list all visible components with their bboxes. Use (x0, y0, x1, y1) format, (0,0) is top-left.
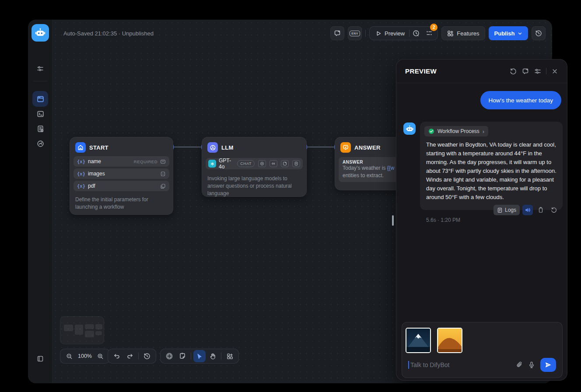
version-history-button[interactable] (532, 26, 546, 40)
zoom-out-button[interactable] (63, 350, 75, 362)
pointer-tool-button[interactable] (193, 350, 206, 362)
speaker-icon[interactable] (522, 205, 533, 215)
canvas-minimap[interactable] (60, 316, 104, 344)
checklist-icon[interactable]: 2 (423, 27, 436, 40)
openai-icon (208, 160, 216, 168)
send-button[interactable] (540, 358, 556, 372)
microphone-icon[interactable] (525, 359, 538, 371)
preview-header: PREVIEW (396, 60, 567, 83)
redo-button[interactable] (124, 350, 136, 362)
preview-settings-icon[interactable] (532, 65, 544, 77)
history-toolbar (108, 349, 156, 364)
preview-button-label: Preview (385, 30, 405, 37)
logs-button-label: Logs (505, 207, 516, 213)
sidebar-item-orchestrate[interactable] (32, 91, 48, 107)
start-field-images[interactable]: {x} images (74, 168, 169, 179)
preview-resize-handle[interactable] (392, 215, 394, 226)
field-name: pdf (88, 183, 155, 189)
header-divider (546, 68, 546, 74)
node-start[interactable]: START {x} name REQUIRED {x} images {x} p… (70, 137, 173, 215)
env-variables-button[interactable]: ENV (348, 26, 362, 40)
send-plane-icon (545, 361, 552, 368)
preview-run-button[interactable]: Preview (371, 27, 409, 40)
text-input-icon (160, 159, 166, 164)
preview-run-group: Preview 2 (369, 26, 438, 40)
answer-icon (340, 142, 351, 153)
zoom-level[interactable]: 100% (76, 353, 94, 359)
workflow-process-label: Workflow Process (438, 128, 480, 134)
debug-chat-icon[interactable] (519, 65, 532, 77)
chat-input-row (408, 358, 556, 371)
collapse-sidebar-icon[interactable] (37, 355, 44, 362)
chevron-right-icon: › (483, 128, 484, 135)
play-icon (376, 31, 382, 36)
change-history-button[interactable] (141, 350, 153, 362)
run-history-icon[interactable] (410, 27, 423, 40)
vision-capability-icon (258, 160, 266, 167)
variable-prefix: {x} (77, 171, 85, 176)
restart-conversation-icon[interactable] (507, 65, 519, 77)
bot-message-text: The weather in Boydton, VA today is clea… (420, 136, 563, 209)
attachment-mountain-night-photo[interactable] (406, 328, 431, 353)
publish-button-label: Publish (494, 30, 515, 37)
add-note-button[interactable] (176, 350, 189, 362)
image-field-icon (160, 171, 166, 177)
node-answer-title: ANSWER (354, 144, 381, 151)
chat-input-field[interactable] (410, 361, 513, 368)
chat-input-card (402, 322, 563, 378)
attachment-mountain-sunset-photo[interactable] (437, 328, 462, 353)
features-button[interactable]: Features (441, 26, 485, 40)
logs-button[interactable]: Logs (494, 205, 520, 215)
chat-debug-icon[interactable] (330, 26, 344, 40)
answer-variable-ref: {{w (387, 165, 395, 171)
node-llm-description: Invoking large language models to answer… (202, 172, 306, 203)
sidebar-item-monitoring[interactable] (32, 136, 48, 151)
undo-button[interactable] (111, 350, 123, 362)
sidebar-divider (33, 81, 47, 81)
field-name: name (88, 158, 131, 164)
bot-message-card: Workflow Process › The weather in Boydto… (420, 122, 563, 210)
settings-sliders-icon[interactable] (37, 65, 44, 72)
start-field-name[interactable]: {x} name REQUIRED (74, 156, 169, 167)
start-field-pdf[interactable]: {x} pdf (74, 181, 169, 191)
add-node-button[interactable] (163, 350, 175, 362)
message-meta: 5.6s · 1:20 PM (426, 217, 460, 223)
regenerate-icon[interactable] (549, 205, 559, 215)
node-llm[interactable]: LLM GPT-4o CHAT Invoking large language … (202, 137, 307, 197)
publish-button[interactable]: Publish (489, 26, 528, 40)
copy-icon[interactable] (536, 205, 546, 215)
app-sidebar (28, 20, 52, 383)
document-capability-icon (292, 160, 300, 167)
bot-avatar (403, 122, 416, 135)
edit-toolbar (160, 349, 239, 364)
zoom-in-button[interactable] (94, 350, 107, 362)
attachment-paperclip-icon[interactable] (513, 359, 525, 371)
field-name: images (88, 171, 155, 177)
workflow-process-toggle[interactable]: Workflow Process › (424, 126, 488, 136)
node-start-title: START (89, 144, 108, 151)
user-message-bubble: How's the weather today (480, 91, 561, 109)
preview-panel: PREVIEW How's the weather today Workflow… (396, 59, 567, 381)
sidebar-item-logs[interactable] (32, 121, 48, 136)
organize-layout-button[interactable] (224, 350, 236, 362)
edge-llm-answer (307, 147, 335, 147)
node-start-description: Define the initial parameters for launch… (70, 193, 173, 216)
hand-tool-button[interactable] (206, 350, 219, 362)
features-button-label: Features (457, 30, 479, 37)
zoom-toolbar: 100% (60, 349, 110, 364)
env-label: ENV (350, 31, 360, 36)
required-tag: REQUIRED (134, 159, 158, 164)
chevron-down-icon (518, 31, 522, 36)
text-caret (408, 361, 409, 369)
chat-mode-badge: CHAT (237, 160, 255, 167)
sidebar-item-api[interactable] (32, 106, 48, 122)
home-icon (75, 142, 86, 153)
llm-model-selector[interactable]: GPT-4o CHAT (206, 158, 303, 169)
variable-prefix: {x} (77, 159, 85, 164)
close-icon[interactable] (549, 65, 561, 77)
app-logo-robot-icon[interactable] (32, 24, 49, 42)
features-grid-icon (447, 30, 454, 37)
llm-icon (207, 142, 218, 153)
checklist-count-badge: 2 (430, 24, 438, 31)
success-check-icon (428, 128, 434, 134)
